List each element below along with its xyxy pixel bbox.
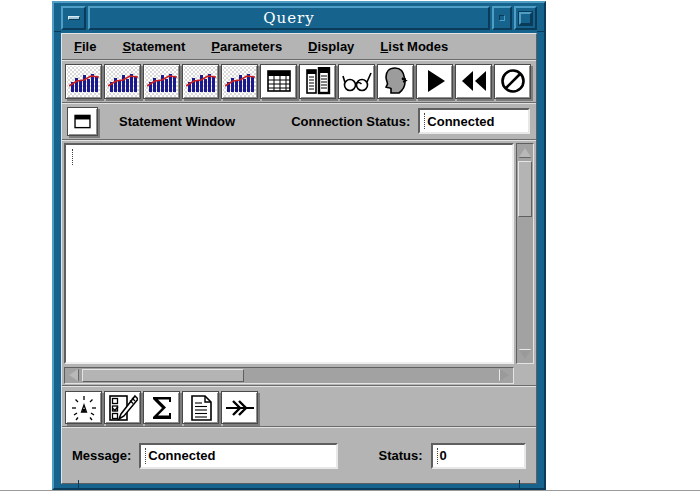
maximize-icon (519, 12, 532, 25)
chart-button-5[interactable] (221, 64, 258, 99)
message-label: Message: (72, 448, 131, 463)
frame-resize-cut[interactable] (537, 31, 544, 32)
run-to-end-button[interactable] (221, 391, 258, 424)
list-view-button[interactable] (299, 64, 336, 99)
chart-button-1[interactable] (65, 64, 102, 99)
window-icon (74, 111, 91, 132)
statement-text-area[interactable] (64, 143, 514, 364)
iconify-button[interactable] (492, 6, 512, 30)
rewind-button[interactable] (455, 64, 492, 99)
rewind-icon (460, 68, 488, 94)
window-menu-dash-icon (68, 16, 80, 20)
status-label: Status: (378, 448, 422, 463)
secondary-toolbar (62, 389, 536, 426)
iconify-icon (499, 15, 505, 21)
text-caret (145, 448, 146, 464)
desktop-edge-line (0, 490, 700, 491)
arrow-down-icon (519, 350, 531, 359)
chart-button-4[interactable] (182, 64, 219, 99)
document-button[interactable] (182, 391, 219, 424)
frame-resize-cut[interactable] (78, 480, 79, 488)
arrow-left-icon (69, 369, 78, 381)
window-menu-button[interactable] (61, 6, 86, 30)
query-window: Query File Statement Parameters Display … (52, 1, 546, 490)
scroll-up-button[interactable] (518, 145, 532, 160)
glasses-icon (342, 68, 372, 94)
chart-button-3[interactable] (143, 64, 180, 99)
message-value: Connected (148, 448, 215, 463)
frame-resize-cut[interactable] (519, 480, 520, 488)
menubar: File Statement Parameters Display List M… (62, 34, 536, 59)
chart-button-2[interactable] (104, 64, 141, 99)
text-caret (424, 113, 425, 129)
menu-display[interactable]: Display (308, 39, 354, 54)
gauge-button[interactable] (65, 391, 102, 424)
checklist-pencil-icon (108, 394, 138, 422)
status-field[interactable]: 0 (431, 443, 526, 469)
statement-header-row: Statement Window Connection Status: Conn… (62, 104, 536, 139)
status-panel: Message: Connected Status: 0 (62, 428, 536, 483)
bar-chart-icon (225, 68, 255, 94)
sigma-icon (150, 395, 174, 421)
arrow-to-end-icon (225, 395, 255, 421)
cancel-icon (499, 67, 527, 95)
statement-window-button[interactable] (67, 107, 98, 136)
separator (62, 385, 536, 387)
scroll-right-button[interactable] (497, 369, 512, 382)
titlebar[interactable]: Query (61, 6, 537, 30)
statement-area (64, 143, 534, 385)
bar-chart-icon (147, 68, 177, 94)
text-caret (437, 448, 438, 464)
preview-button[interactable] (338, 64, 375, 99)
horizontal-scrollbar[interactable] (64, 367, 514, 384)
horizontal-scrollbar-thumb[interactable] (82, 369, 244, 382)
menu-parameters[interactable]: Parameters (211, 39, 282, 54)
connection-status-field[interactable]: Connected (418, 108, 530, 134)
scroll-down-button[interactable] (518, 347, 532, 362)
table-icon (266, 68, 292, 94)
cancel-button[interactable] (494, 64, 531, 99)
play-icon (422, 68, 448, 94)
client-area: File Statement Parameters Display List M… (61, 33, 537, 484)
vertical-scrollbar[interactable] (516, 143, 534, 364)
lists-icon (305, 67, 331, 95)
bar-chart-icon (69, 68, 99, 94)
arrow-right-icon (500, 369, 509, 381)
edit-checklist-button[interactable] (104, 391, 141, 424)
sum-button[interactable] (143, 391, 180, 424)
head-icon (383, 67, 409, 95)
connection-status-value: Connected (427, 114, 494, 129)
separator (62, 139, 536, 141)
frame-resize-cut[interactable] (54, 31, 61, 32)
status-value: 0 (440, 448, 447, 463)
maximize-button[interactable] (514, 6, 537, 30)
table-view-button[interactable] (260, 64, 297, 99)
document-icon (188, 394, 214, 422)
main-toolbar (62, 61, 536, 102)
bar-chart-icon (186, 68, 216, 94)
text-caret (72, 149, 73, 165)
menu-statement[interactable]: Statement (122, 39, 185, 54)
menu-file[interactable]: File (74, 39, 96, 54)
titlebar-title-area[interactable]: Query (88, 6, 490, 30)
menu-list-modes[interactable]: List Modes (380, 39, 448, 54)
vertical-scrollbar-thumb[interactable] (518, 161, 532, 217)
scroll-left-button[interactable] (66, 369, 81, 382)
connection-status-label: Connection Status: (291, 114, 410, 129)
message-field[interactable]: Connected (139, 443, 338, 469)
profile-button[interactable] (377, 64, 414, 99)
window-title: Query (263, 9, 314, 27)
bar-chart-icon (108, 68, 138, 94)
statement-window-label: Statement Window (119, 114, 235, 129)
gauge-icon (70, 394, 98, 422)
run-button[interactable] (416, 64, 453, 99)
arrow-up-icon (519, 148, 531, 157)
